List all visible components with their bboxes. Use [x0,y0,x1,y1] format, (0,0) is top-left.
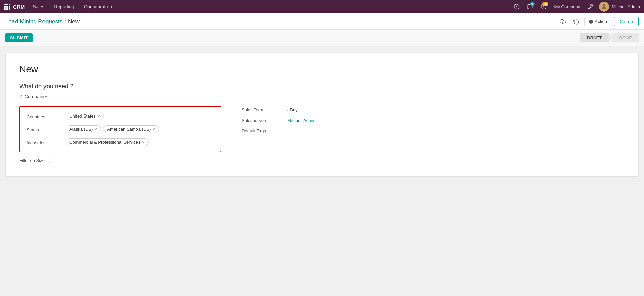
status-steps: DRAFT DONE [580,32,639,43]
action-button[interactable]: Action [584,17,611,26]
status-bar: SUBMIT DRAFT DONE [0,30,644,46]
form-card: New What do you need ? 2 Companies Count… [5,53,639,177]
form-title: New [19,64,625,75]
states-row: States Alaska (US) ✕ American Samoa (US)… [27,125,214,133]
breadcrumb-separator: / [64,18,66,25]
state-tag-samoa-remove[interactable]: ✕ [152,127,155,131]
salesperson-value[interactable]: Mitchell Admin [287,118,316,123]
breadcrumb-bar: Lead Mining Requests / New Action Create [0,13,644,30]
sales-team-field: Sales Team eBay [242,107,625,112]
highlighted-section: Countries United States ✕ States [19,106,221,152]
breadcrumb-current: New [68,18,80,25]
country-tag-us-remove[interactable]: ✕ [97,114,100,118]
submit-button[interactable]: SUBMIT [5,33,33,42]
messages-badge: 9 [530,2,535,6]
states-label: States [27,125,60,132]
action-button-label: Action [595,19,607,24]
default-tags-label: Default Tags [242,128,282,133]
count-label: Companies [25,94,49,99]
industry-tag-commercial[interactable]: Commercial & Professional Services ✕ [66,138,149,146]
country-tag-us-label: United States [69,113,96,119]
states-value: Alaska (US) ✕ American Samoa (US) ✕ [66,125,214,133]
company-name[interactable]: My Company [552,4,583,9]
industry-tag-commercial-label: Commercial & Professional Services [69,140,140,145]
status-done[interactable]: DONE [612,33,639,42]
brand[interactable]: CRM [4,4,25,10]
nav-configuration[interactable]: Configuration [80,0,116,13]
cloud-save-icon[interactable] [557,16,568,27]
refresh-icon[interactable] [571,16,582,27]
industries-label: Industries [27,138,60,145]
breadcrumb-actions: Action Create [557,16,639,27]
right-col: Sales Team eBay Salesperson Mitchell Adm… [242,106,625,139]
state-tag-samoa[interactable]: American Samoa (US) ✕ [103,125,159,133]
messages-icon[interactable]: 9 [525,1,535,12]
count-num: 2 [19,94,22,99]
create-button[interactable]: Create [614,17,639,26]
nav-sales[interactable]: Sales [29,0,49,13]
settings-icon[interactable] [585,1,596,12]
avatar[interactable] [599,2,609,12]
support-icon[interactable] [511,1,522,12]
two-column: Countries United States ✕ States [19,106,625,163]
countries-row: Countries United States ✕ [27,112,214,120]
industries-row: Industries Commercial & Professional Ser… [27,138,214,146]
main-content: New What do you need ? 2 Companies Count… [0,46,644,296]
countries-label: Countries [27,112,60,119]
activity-badge: 50 [542,2,548,6]
svg-point-2 [603,4,605,7]
country-tag-us[interactable]: United States ✕ [66,112,104,120]
status-arrow [608,32,612,43]
topnav: CRM Sales Reporting Configuration 9 50 M… [0,0,644,13]
salesperson-field: Salesperson Mitchell Admin [242,118,625,123]
count-line: 2 Companies [19,94,625,99]
state-tag-alaska-remove[interactable]: ✕ [94,127,97,131]
topnav-right: 9 50 My Company Mitchell Admin [511,1,640,12]
section-title: What do you need ? [19,83,625,90]
brand-label: CRM [13,4,25,10]
breadcrumb: Lead Mining Requests / New [5,18,80,25]
default-tags-field: Default Tags [242,128,625,133]
state-tag-samoa-label: American Samoa (US) [107,127,151,132]
nav-reporting[interactable]: Reporting [50,0,79,13]
industry-tag-commercial-remove[interactable]: ✕ [142,140,145,144]
activity-icon[interactable]: 50 [538,1,549,12]
user-name[interactable]: Mitchell Admin [612,4,640,9]
state-tag-alaska-label: Alaska (US) [69,127,93,132]
status-draft[interactable]: DRAFT [580,33,608,42]
filter-size-label: Filter on Size [19,158,45,163]
filter-size-row: Filter on Size [19,158,221,163]
sales-team-value: eBay [287,107,298,112]
left-col: Countries United States ✕ States [19,106,221,163]
sales-team-label: Sales Team [242,107,282,112]
filter-size-checkbox[interactable] [49,158,54,163]
industries-value: Commercial & Professional Services ✕ [66,138,214,146]
state-tag-alaska[interactable]: Alaska (US) ✕ [66,125,101,133]
salesperson-label: Salesperson [242,118,282,123]
grid-icon [4,4,10,10]
countries-value: United States ✕ [66,112,214,120]
breadcrumb-parent[interactable]: Lead Mining Requests [5,18,62,25]
